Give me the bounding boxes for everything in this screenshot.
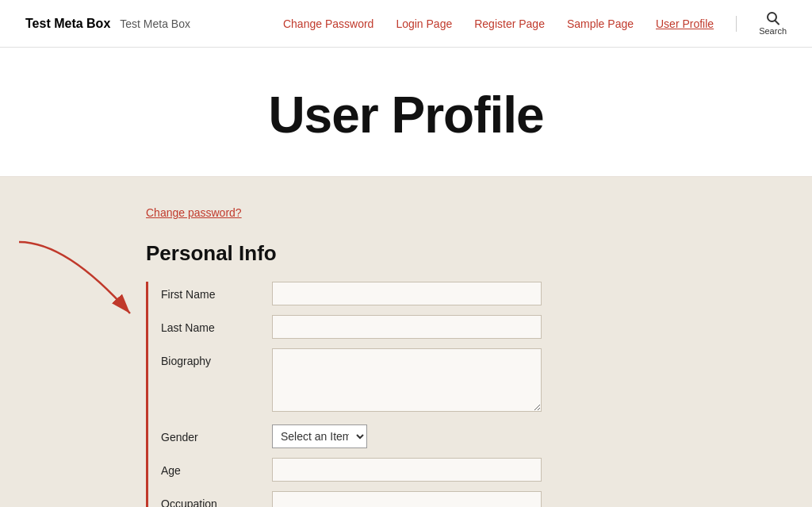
biography-label: Biography [161,348,272,367]
gender-row: Gender Select an Item Male Female Other [161,424,666,448]
biography-row: Biography [161,348,666,415]
main-content: Change password? Personal Info First Nam… [0,177,812,507]
page-title: User Profile [0,86,812,144]
occupation-label: Occupation [161,491,272,507]
search-label: Search [759,26,787,36]
occupation-row: Occupation [161,491,666,507]
hero-section: User Profile [0,48,812,177]
first-name-input[interactable] [272,282,542,305]
occupation-input[interactable] [272,491,542,507]
nav-sample-page[interactable]: Sample Page [567,17,634,30]
age-row: Age [161,458,666,482]
gender-label: Gender [161,424,272,444]
change-password-link[interactable]: Change password? [146,206,242,219]
search-button[interactable]: Search [759,11,787,36]
form-section: First Name Last Name Biography [146,282,666,507]
biography-input[interactable] [272,348,542,412]
last-name-input[interactable] [272,315,542,339]
personal-info-title: Personal Info [146,241,666,266]
header: Test Meta Box Test Meta Box Change Passw… [0,0,812,48]
nav-user-profile[interactable]: User Profile [656,17,714,30]
nav-login-page[interactable]: Login Page [396,17,452,30]
age-input[interactable] [272,458,542,482]
nav-register-page[interactable]: Register Page [474,17,545,30]
age-label: Age [161,458,272,477]
main-nav: Change Password Login Page Register Page… [283,11,787,36]
first-name-row: First Name [161,282,666,305]
arrow-indicator [3,234,162,337]
first-name-label: First Name [161,282,272,301]
nav-divider [736,16,737,32]
site-title: Test Meta Box [25,17,110,31]
gender-select[interactable]: Select an Item Male Female Other [272,424,367,448]
search-icon [766,11,780,25]
site-subtitle: Test Meta Box [120,17,190,30]
last-name-label: Last Name [161,315,272,334]
last-name-row: Last Name [161,315,666,339]
nav-change-password[interactable]: Change Password [283,17,373,30]
svg-line-1 [775,21,779,25]
